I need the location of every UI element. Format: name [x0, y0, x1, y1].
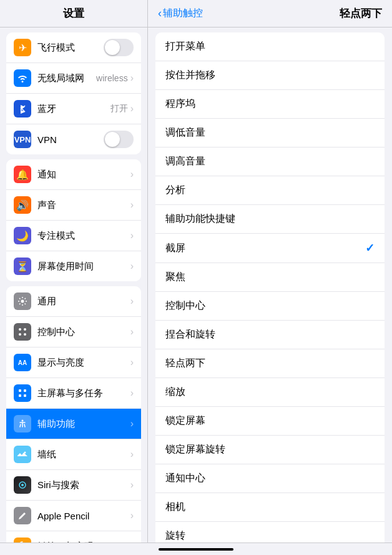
chevron-icon: ›	[130, 169, 134, 180]
chevron-icon: ›	[130, 103, 134, 114]
sidebar-item-label: 蓝牙	[37, 103, 110, 115]
header: 设置 ‹ 辅助触控 轻点两下	[0, 0, 392, 28]
right-item-lock-rotate[interactable]: 锁定屏幕旋转	[155, 436, 385, 464]
homescreen-icon	[14, 384, 31, 402]
right-item-analytics[interactable]: 分析	[155, 176, 385, 205]
chevron-icon: ›	[130, 326, 134, 338]
sidebar-item-label: Apple Pencil	[37, 511, 130, 521]
right-item-label: 辅助功能快捷键	[165, 212, 375, 226]
sidebar-item-vpn[interactable]: VPN VPN	[6, 124, 141, 154]
sidebar-item-pencil[interactable]: Apple Pencil ›	[6, 501, 141, 531]
sidebar-item-label: 控制中心	[37, 326, 130, 338]
right-item-focus-item[interactable]: 聚焦	[155, 263, 385, 292]
right-item-label: 锁定屏幕	[165, 414, 375, 428]
sidebar-item-wifi[interactable]: 无线局域网 wireless ›	[6, 63, 141, 94]
svg-point-3	[19, 333, 21, 336]
airplane-toggle[interactable]	[104, 39, 134, 56]
sidebar-item-label: Siri与搜索	[37, 479, 130, 491]
main-content: ✈ 飞行模式 无线局域网 wireless ›	[0, 28, 392, 542]
right-item-label: 通知中心	[165, 472, 375, 485]
right-item-shortcut[interactable]: 辅助功能快捷键	[155, 205, 385, 234]
sidebar-item-wallpaper[interactable]: 墙纸 ›	[6, 439, 141, 470]
touchid-icon	[14, 538, 31, 542]
home-indicator	[159, 548, 233, 551]
right-item-zoom[interactable]: 缩放	[155, 378, 385, 407]
sidebar-item-label: 无线局域网	[37, 72, 96, 84]
sidebar-item-label: 辅助功能	[37, 418, 130, 430]
sidebar-item-label: 专注模式	[37, 230, 130, 242]
right-header: ‹ 辅助触控 轻点两下	[148, 0, 392, 27]
sidebar-item-label: 主屏幕与多任务	[37, 388, 130, 399]
svg-rect-5	[19, 389, 21, 392]
right-item-label: 捏合和旋转	[165, 328, 375, 341]
right-panel-title: 轻点两下	[340, 6, 382, 21]
controlcenter-icon	[14, 323, 31, 341]
right-item-lock-screen[interactable]: 锁定屏幕	[155, 407, 385, 436]
back-button[interactable]: ‹ 辅助触控	[158, 7, 203, 20]
right-item-camera[interactable]: 相机	[155, 493, 385, 522]
svg-point-1	[19, 328, 21, 331]
sidebar-item-homescreen[interactable]: 主屏幕与多任务 ›	[6, 378, 141, 409]
sidebar-item-general[interactable]: 通用 ›	[6, 286, 141, 317]
svg-point-12	[21, 484, 24, 486]
right-item-screenshot[interactable]: 截屏✓	[155, 234, 385, 263]
right-item-label: 旋转	[165, 529, 375, 542]
right-item-label: 聚焦	[165, 271, 375, 284]
right-items-section: 打开菜单按住并拖移程序坞调低音量调高音量分析辅助功能快捷键截屏✓聚焦控制中心捏合…	[155, 32, 385, 542]
right-item-pinch-rotate[interactable]: 捏合和旋转	[155, 321, 385, 349]
wifi-icon	[14, 69, 31, 87]
chevron-icon: ›	[130, 357, 134, 368]
display-icon: AA	[14, 354, 31, 371]
right-item-label: 截屏	[165, 242, 365, 255]
sidebar-item-focus[interactable]: 🌙 专注模式 ›	[6, 221, 141, 251]
right-item-label: 程序坞	[165, 98, 375, 111]
sidebar-item-sound[interactable]: 🔊 声音 ›	[6, 190, 141, 221]
chevron-icon: ›	[130, 449, 134, 460]
sidebar-section-system: 通用 › 控制中心 › AA 显示与亮度 ›	[6, 286, 141, 542]
sidebar-title: 设置	[63, 6, 84, 21]
right-item-press-drag[interactable]: 按住并拖移	[155, 61, 385, 90]
sidebar-item-label: VPN	[37, 134, 104, 145]
chevron-icon: ›	[130, 296, 134, 307]
sidebar-item-controlcenter[interactable]: 控制中心 ›	[6, 317, 141, 348]
right-panel: 打开菜单按住并拖移程序坞调低音量调高音量分析辅助功能快捷键截屏✓聚焦控制中心捏合…	[148, 28, 392, 542]
sidebar-item-screentime[interactable]: ⏳ 屏幕使用时间 ›	[6, 251, 141, 281]
vpn-toggle[interactable]	[104, 131, 134, 148]
right-item-label: 缩放	[165, 386, 375, 399]
sidebar-section-notifications: 🔔 通知 › 🔊 声音 › 🌙 专注模式 › ⏳ 屏幕使用时间 ›	[6, 159, 141, 281]
siri-icon	[14, 476, 31, 494]
right-item-label: 按住并拖移	[165, 69, 375, 82]
svg-point-9	[22, 420, 24, 422]
svg-point-10	[24, 452, 26, 454]
right-item-codeguard[interactable]: 程序坞	[155, 90, 385, 119]
right-item-control-center[interactable]: 控制中心	[155, 292, 385, 321]
svg-point-2	[24, 328, 26, 331]
accessibility-icon	[14, 415, 31, 432]
sidebar-item-touchid[interactable]: 触控ID与密码 ›	[6, 531, 141, 542]
back-label: 辅助触控	[163, 7, 203, 20]
sidebar-item-siri[interactable]: Siri与搜索 ›	[6, 470, 141, 501]
notification-icon: 🔔	[14, 166, 31, 183]
right-item-double-tap[interactable]: 轻点两下	[155, 349, 385, 378]
chevron-icon: ›	[130, 388, 134, 399]
sidebar-header: 设置	[0, 0, 148, 27]
right-item-vol-down[interactable]: 调低音量	[155, 119, 385, 148]
sidebar-item-accessibility[interactable]: 辅助功能 ›	[6, 409, 141, 439]
svg-rect-7	[19, 394, 21, 397]
right-item-label: 锁定屏幕旋转	[165, 443, 375, 456]
sidebar-item-airplane[interactable]: ✈ 飞行模式	[6, 32, 141, 63]
sidebar-item-bluetooth[interactable]: 蓝牙 打开 ›	[6, 94, 141, 124]
right-item-notification-center[interactable]: 通知中心	[155, 464, 385, 493]
right-item-vol-up[interactable]: 调高音量	[155, 148, 385, 176]
right-item-rotate[interactable]: 旋转	[155, 522, 385, 542]
chevron-icon: ›	[130, 199, 134, 211]
chevron-icon: ›	[130, 418, 134, 429]
back-chevron-icon: ‹	[158, 7, 162, 20]
right-item-open-menu[interactable]: 打开菜单	[155, 32, 385, 61]
right-item-label: 调高音量	[165, 155, 375, 168]
bluetooth-value: 打开	[110, 103, 128, 114]
sidebar-item-notification[interactable]: 🔔 通知 ›	[6, 159, 141, 190]
sidebar-item-display[interactable]: AA 显示与亮度 ›	[6, 348, 141, 378]
chevron-icon: ›	[130, 72, 134, 84]
sidebar-item-label: 声音	[37, 199, 130, 211]
